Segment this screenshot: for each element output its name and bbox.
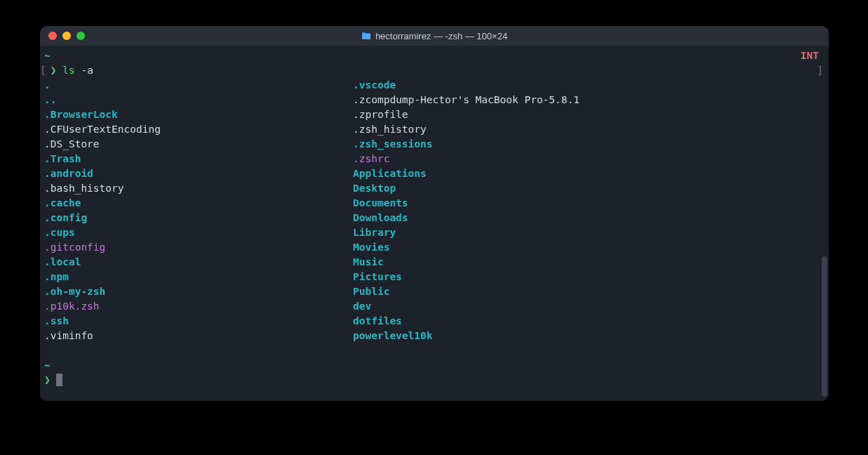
- list-item: .p10k.zsh: [44, 299, 353, 314]
- ls-output: ....BrowserLock.CFUserTextEncoding.DS_St…: [44, 78, 824, 343]
- list-item: .android: [44, 166, 353, 181]
- list-item: .bash_history: [44, 181, 353, 196]
- list-item: Music: [353, 255, 580, 270]
- list-item: .zsh_history: [353, 122, 580, 137]
- window-title: hectorramirez — -zsh — 100×24: [40, 29, 829, 44]
- list-item: .zprofile: [353, 107, 580, 122]
- window-title-text: hectorramirez — -zsh — 100×24: [375, 29, 507, 44]
- list-item: Applications: [353, 166, 580, 181]
- list-item: .viminfo: [44, 329, 353, 343]
- cwd-tilde: ~: [44, 50, 51, 61]
- terminal-window: hectorramirez — -zsh — 100×24 INT ~ [ ] …: [40, 26, 829, 401]
- prompt-line[interactable]: ❯: [44, 373, 824, 388]
- list-item: Documents: [353, 196, 580, 211]
- list-item: Public: [353, 284, 580, 299]
- list-item: ..: [44, 93, 353, 107]
- list-item: .config: [44, 211, 353, 225]
- list-item: .cache: [44, 196, 353, 211]
- list-item: Movies: [353, 240, 580, 255]
- list-item: .BrowserLock: [44, 107, 353, 122]
- list-item: Downloads: [353, 211, 580, 225]
- list-item: Desktop: [353, 181, 580, 196]
- command-name: ls: [62, 65, 74, 76]
- list-item: .: [44, 78, 353, 93]
- zoom-button[interactable]: [76, 32, 85, 40]
- minimize-button[interactable]: [62, 32, 71, 40]
- list-item: .vscode: [353, 78, 580, 93]
- prompt-left-bracket: [: [40, 63, 46, 78]
- list-item: .zcompdump-Hector's MacBook Pro-5.8.1: [353, 93, 580, 107]
- list-item: dotfiles: [353, 314, 580, 329]
- list-item: powerlevel10k: [353, 329, 580, 343]
- close-button[interactable]: [48, 32, 57, 40]
- list-item: .CFUserTextEncoding: [44, 122, 353, 137]
- ls-column-1: ....BrowserLock.CFUserTextEncoding.DS_St…: [44, 78, 353, 343]
- prompt-right-bracket: ]: [817, 63, 823, 78]
- prompt-arrow-icon: ❯: [51, 65, 57, 76]
- traffic-lights: [40, 32, 85, 40]
- list-item: .gitconfig: [44, 240, 353, 255]
- list-item: .local: [44, 255, 353, 270]
- status-indicator: INT: [801, 48, 819, 63]
- command-arg: -a: [81, 65, 93, 76]
- folder-icon: [361, 32, 371, 40]
- list-item: .ssh: [44, 314, 353, 329]
- ls-column-2: .vscode.zcompdump-Hector's MacBook Pro-5…: [353, 78, 580, 343]
- cursor: [56, 374, 62, 386]
- titlebar: hectorramirez — -zsh — 100×24: [40, 26, 829, 46]
- list-item: .Trash: [44, 152, 353, 166]
- list-item: .zsh_sessions: [353, 137, 580, 152]
- scrollbar[interactable]: [822, 256, 827, 397]
- list-item: Pictures: [353, 270, 580, 284]
- prompt-arrow-icon: ❯: [44, 374, 51, 385]
- cwd-tilde: ~: [44, 360, 51, 371]
- list-item: .npm: [44, 270, 353, 284]
- list-item: dev: [353, 299, 580, 314]
- list-item: .zshrc: [353, 152, 580, 166]
- list-item: .oh-my-zsh: [44, 284, 353, 299]
- list-item: Library: [353, 225, 580, 240]
- list-item: .cups: [44, 225, 353, 240]
- command-line: ❯ ls -a: [44, 63, 824, 78]
- terminal-body[interactable]: INT ~ [ ] ❯ ls -a ....BrowserLock.CFUser…: [40, 46, 829, 401]
- list-item: .DS_Store: [44, 137, 353, 152]
